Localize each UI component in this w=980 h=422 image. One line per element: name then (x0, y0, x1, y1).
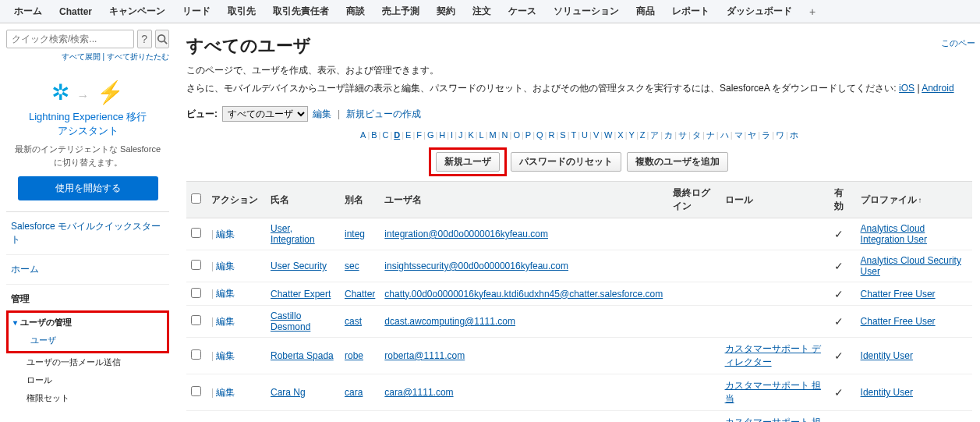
alpha-O[interactable]: O (513, 130, 520, 140)
user-name-link[interactable]: Chatter Expert (271, 289, 331, 300)
user-name-link[interactable]: User Security (271, 261, 327, 271)
user-profile-link[interactable]: Identity User (861, 350, 913, 361)
user-username-link[interactable]: cara@1111.com (384, 387, 453, 398)
android-link[interactable]: Android (922, 83, 953, 94)
user-profile-link[interactable]: Chatter Free User (861, 289, 936, 300)
tree-item-users[interactable]: ユーザ (10, 332, 165, 349)
page-help-link[interactable]: このペー (941, 37, 975, 49)
alpha-U[interactable]: U (582, 130, 588, 140)
alpha-W[interactable]: W (604, 130, 612, 140)
nav-売上予測[interactable]: 売上予測 (382, 5, 419, 18)
user-role-link[interactable]: カスタマーサポート 担当 (725, 417, 821, 422)
nav-add-tab[interactable]: + (809, 5, 815, 18)
reset-password-button[interactable]: パスワードのリセット (511, 152, 621, 172)
user-profile-link[interactable]: Chatter Free User (861, 316, 936, 327)
nav-ダッシュボード[interactable]: ダッシュボード (727, 5, 792, 18)
alpha-Q[interactable]: Q (536, 130, 543, 140)
alpha-ハ[interactable]: ハ (720, 130, 729, 140)
nav-Chatter[interactable]: Chatter (59, 6, 92, 17)
col-lastlogin[interactable]: 最終ログイン (668, 182, 720, 218)
sidebar-quickstart-link[interactable]: Salesforce モバイルクイックスタート (6, 212, 169, 255)
user-username-link[interactable]: dcast.awcomputing@1111.com (384, 316, 515, 327)
alpha-P[interactable]: P (525, 130, 531, 140)
alpha-E[interactable]: E (405, 130, 411, 140)
alpha-ナ[interactable]: ナ (706, 130, 715, 140)
alpha-M[interactable]: M (490, 130, 497, 140)
alpha-N[interactable]: N (502, 130, 508, 140)
row-checkbox[interactable] (191, 228, 201, 238)
edit-link[interactable]: 編集 (216, 350, 235, 361)
alpha-タ[interactable]: タ (692, 130, 701, 140)
user-username-link[interactable]: roberta@1111.com (384, 350, 465, 361)
alpha-I[interactable]: I (451, 130, 453, 140)
row-checkbox[interactable] (191, 386, 201, 396)
edit-link[interactable]: 編集 (216, 387, 235, 398)
collapse-all-link[interactable]: すべて折りたたむ (107, 52, 169, 61)
col-alias[interactable]: 別名 (340, 182, 380, 218)
nav-注文[interactable]: 注文 (472, 5, 491, 18)
alpha-S[interactable]: S (560, 130, 565, 140)
nav-商品[interactable]: 商品 (636, 5, 655, 18)
user-name-link[interactable]: User, Integration (271, 223, 315, 245)
view-create-link[interactable]: 新規ビューの作成 (346, 108, 421, 121)
user-name-link[interactable]: Castillo Desmond (271, 310, 310, 332)
alpha-Z[interactable]: Z (640, 130, 646, 140)
nav-ソリューション[interactable]: ソリューション (554, 5, 619, 18)
col-role[interactable]: ロール (720, 182, 830, 218)
lex-start-button[interactable]: 使用を開始する (18, 176, 158, 200)
user-role-link[interactable]: カスタマーサポート ディレクター (725, 343, 821, 367)
user-role-link[interactable]: カスタマーサポート 担当 (725, 380, 821, 404)
view-edit-link[interactable]: 編集 (313, 108, 331, 121)
user-alias-link[interactable]: cast (345, 316, 362, 327)
user-name-link[interactable]: Roberta Spada (271, 350, 334, 361)
user-alias-link[interactable]: integ (345, 229, 365, 239)
row-checkbox[interactable] (191, 315, 201, 325)
nav-リード[interactable]: リード (182, 5, 211, 18)
alpha-ホ[interactable]: ホ (790, 130, 798, 140)
select-all-checkbox[interactable] (191, 193, 201, 204)
nav-ケース[interactable]: ケース (508, 5, 536, 18)
view-select[interactable]: すべてのユーザ (222, 106, 308, 122)
alpha-R[interactable]: R (548, 130, 554, 140)
nav-取引先[interactable]: 取引先 (228, 5, 256, 18)
alpha-ラ[interactable]: ラ (762, 130, 770, 140)
alpha-L[interactable]: L (479, 130, 484, 140)
alpha-X[interactable]: X (617, 130, 623, 140)
alpha-J[interactable]: J (458, 130, 463, 140)
alpha-カ[interactable]: カ (664, 130, 673, 140)
new-user-button[interactable]: 新規ユーザ (436, 152, 500, 172)
nav-キャンペーン[interactable]: キャンペーン (109, 5, 165, 18)
user-alias-link[interactable]: robe (345, 350, 363, 361)
tree-item-permsets[interactable]: 権限セット (6, 389, 169, 407)
user-username-link[interactable]: insightssecurity@00d0o0000016kyfeau.com (384, 261, 568, 271)
user-profile-link[interactable]: Analytics Cloud Integration User (861, 223, 927, 245)
alpha-D[interactable]: D (394, 130, 400, 140)
row-checkbox[interactable] (191, 260, 201, 270)
alpha-F[interactable]: F (416, 130, 422, 140)
add-multiple-users-button[interactable]: 複数のユーザを追加 (627, 152, 728, 172)
alpha-V[interactable]: V (593, 130, 599, 140)
alpha-Y[interactable]: Y (629, 130, 635, 140)
alpha-マ[interactable]: マ (734, 130, 743, 140)
user-alias-link[interactable]: Chatter (345, 289, 375, 300)
alpha-B[interactable]: B (371, 130, 377, 140)
tree-item-mass-email[interactable]: ユーザの一括メール送信 (6, 353, 169, 371)
alpha-ア[interactable]: ア (650, 130, 659, 140)
row-checkbox[interactable] (191, 349, 201, 360)
user-alias-link[interactable]: sec (345, 261, 359, 271)
col-username[interactable]: ユーザ名 (380, 182, 668, 218)
user-alias-link[interactable]: cara (345, 387, 363, 398)
alpha-ヤ[interactable]: ヤ (748, 130, 756, 140)
nav-レポート[interactable]: レポート (672, 5, 709, 18)
ios-link[interactable]: iOS (899, 83, 915, 94)
alpha-A[interactable]: A (360, 130, 366, 140)
alpha-K[interactable]: K (468, 130, 473, 140)
nav-ホーム[interactable]: ホーム (14, 5, 42, 18)
alpha-C[interactable]: C (382, 130, 388, 140)
alpha-H[interactable]: H (439, 130, 445, 140)
user-profile-link[interactable]: Identity User (861, 387, 913, 398)
tree-user-management[interactable]: ▾ ユーザの管理 (10, 314, 165, 332)
col-active[interactable]: 有効 (830, 182, 856, 218)
search-icon[interactable] (155, 30, 170, 48)
edit-link[interactable]: 編集 (216, 261, 235, 271)
